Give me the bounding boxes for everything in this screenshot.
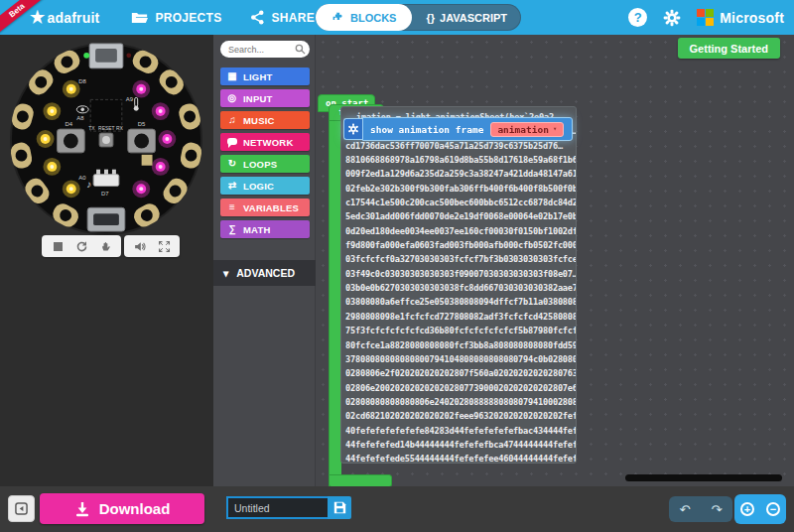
adafruit-logo-text: adafruit: [47, 10, 99, 26]
microsoft-label: Microsoft: [720, 10, 784, 26]
category-label: LOOPS: [243, 159, 277, 170]
settings-button[interactable]: [663, 9, 681, 27]
category-label: LIGHT: [243, 71, 273, 82]
undo-redo-group: ↶ ↷: [669, 496, 732, 522]
share-label: SHARE: [272, 11, 316, 25]
horizontal-scrollbar[interactable]: [625, 474, 782, 481]
getting-started-button[interactable]: Getting Started: [678, 38, 780, 59]
svg-text:D5: D5: [138, 121, 146, 127]
svg-text:RESET: RESET: [98, 126, 114, 131]
music-note-icon: ♪: [86, 180, 91, 191]
folder-icon: [131, 11, 148, 25]
gear-icon: [347, 123, 359, 135]
fullscreen-button[interactable]: [152, 237, 176, 255]
volume-button[interactable]: [128, 237, 152, 255]
header: Beta ★ adafruit PROJECTS SHARE BLOCKS {}…: [0, 0, 794, 35]
microsoft-logo[interactable]: Microsoft: [697, 9, 784, 26]
battery-connector: [87, 207, 125, 231]
category-input[interactable]: ◎ INPUT: [220, 89, 310, 107]
category-math[interactable]: ∑ MATH: [220, 220, 310, 238]
grid-icon: ▦: [226, 71, 238, 81]
category-network[interactable]: NETWORK: [220, 133, 310, 151]
button-a[interactable]: [58, 129, 85, 153]
makecode-adafruit-app: Beta ★ adafruit PROJECTS SHARE BLOCKS {}…: [0, 0, 794, 532]
simulator-controls: [42, 235, 180, 257]
target-icon: ◎: [226, 93, 238, 103]
share-button[interactable]: SHARE: [236, 0, 330, 35]
hex-line: 02806e2002020202020202807739000202020202…: [345, 381, 576, 395]
adafruit-star-icon: ★: [30, 9, 45, 26]
share-icon: [250, 10, 265, 25]
zoom-in-button[interactable]: +: [734, 494, 760, 524]
adafruit-logo[interactable]: ★ adafruit: [30, 9, 99, 26]
hex-line: 37808080808080800794104808080808080794c0…: [345, 352, 576, 366]
show-animation-frame-block[interactable]: show animation frame animation ▾: [343, 116, 573, 142]
tab-blocks[interactable]: BLOCKS: [316, 4, 412, 31]
tab-javascript[interactable]: {} JAVASCRIPT: [412, 4, 521, 31]
chevron-down-icon: ▾: [223, 267, 228, 279]
show-frame-label: show animation frame: [370, 124, 483, 135]
save-button[interactable]: [328, 496, 351, 519]
svg-text:A0: A0: [78, 175, 86, 181]
list-icon: ≡: [226, 202, 238, 212]
category-variables[interactable]: ≡ VARIABLES: [220, 199, 310, 216]
category-advanced[interactable]: ▾ ADVANCED: [213, 260, 316, 286]
restart-button[interactable]: [69, 237, 93, 255]
hex-line: c17544c1e500c200cac500bec600bbc6512cc687…: [345, 196, 576, 209]
redo-button[interactable]: ↷: [701, 496, 732, 522]
stop-button[interactable]: [46, 237, 69, 255]
button-b[interactable]: [128, 129, 156, 153]
javascript-grey-block[interactable]: imation = light.animationSheet(hex`2e0a2…: [340, 106, 577, 464]
svg-text:D7: D7: [101, 191, 109, 197]
hex-line: 02808080808080806e2402028088888080807941…: [345, 395, 576, 409]
circuit-playground-board[interactable]: ♪ D8 A8 A9 D4 TX RESET RX D5 A0 D7: [8, 41, 204, 241]
question-icon: ?: [634, 10, 642, 25]
simulator-panel: ♪ D8 A8 A9 D4 TX RESET RX D5 A0 D7: [0, 35, 213, 486]
zoom-out-button[interactable]: −: [760, 494, 786, 524]
hex-line: 0d20ed180dee0034ee0037ee160cf00030f0150b…: [345, 224, 576, 238]
hex-line: 2980808098e1fcfcfcd727808082adf3fcfcfcd4…: [345, 310, 576, 324]
block-gear-badge[interactable]: [343, 118, 362, 140]
power-led: [83, 53, 89, 59]
hex-lines: cd1736dac536ff70070a45a71a25d739c6375b25…: [345, 139, 576, 464]
undo-icon: ↶: [680, 502, 691, 517]
help-button[interactable]: ?: [628, 8, 647, 27]
volume-icon: [133, 240, 147, 253]
projects-label: PROJECTS: [155, 11, 221, 25]
hex-line: 5edc301add006fdd0070de2e19df0068e00064e0…: [345, 209, 576, 223]
toolbox-categories: ▦ LIGHT ◎ INPUT ♫ MUSIC NETWORK ↻ LOOPS …: [220, 67, 310, 238]
search-input[interactable]: [220, 41, 310, 58]
category-label: MATH: [243, 224, 271, 235]
braces-icon: {}: [426, 12, 435, 24]
reset-button[interactable]: [99, 133, 113, 147]
variable-dropdown[interactable]: animation ▾: [490, 122, 564, 137]
workspace[interactable]: Getting Started on start forever imation…: [316, 35, 794, 486]
hex-line: 40fefefefefefefe84283d44fefefefefefbac43…: [345, 424, 576, 438]
category-light[interactable]: ▦ LIGHT: [220, 67, 310, 85]
project-name-input[interactable]: [226, 496, 328, 519]
save-icon: [333, 501, 346, 514]
d13-led: [126, 53, 131, 58]
category-loops[interactable]: ↻ LOOPS: [220, 155, 310, 173]
hex-line: 03b0e0b6270303030303038fc8dd667030303030…: [345, 281, 576, 295]
usb-connector: [89, 44, 123, 68]
redo-icon: ↷: [712, 502, 723, 517]
loop-icon: ↻: [226, 159, 238, 169]
download-icon: [74, 501, 90, 517]
tab-blocks-label: BLOCKS: [350, 12, 396, 24]
collapse-simulator-button[interactable]: [8, 495, 35, 522]
svg-text:A9: A9: [126, 96, 134, 102]
forever-block-foot: [329, 474, 392, 486]
category-music[interactable]: ♫ MUSIC: [220, 111, 310, 129]
projects-button[interactable]: PROJECTS: [117, 0, 235, 35]
slide-switch[interactable]: [93, 170, 119, 187]
download-button[interactable]: Download: [40, 493, 204, 524]
gear-icon: [663, 9, 681, 27]
category-logic[interactable]: ⇄ LOGIC: [220, 177, 310, 195]
hex-line: 009f2ed1a129d6a235d2a259c3a38247a421dda4…: [345, 167, 576, 181]
hex-line: 03f49c0c03030303030303f09007030303030303…: [345, 267, 576, 281]
undo-button[interactable]: ↶: [669, 496, 701, 522]
footer: Download ↶ ↷ + −: [0, 486, 794, 532]
slow-motion-button[interactable]: [93, 237, 117, 255]
hand-icon: [99, 240, 112, 253]
